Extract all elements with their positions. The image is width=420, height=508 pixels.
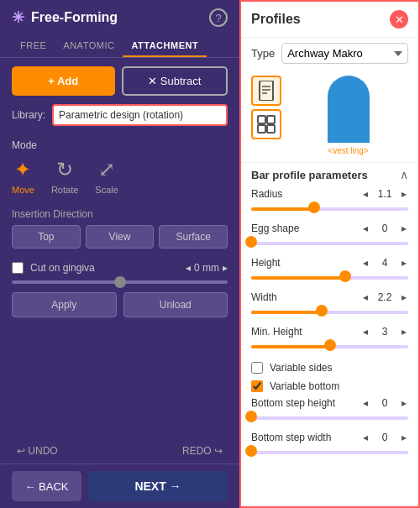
param-arrow-left-radius[interactable]: ◂ [361, 188, 370, 200]
param-slider-radius[interactable] [251, 202, 408, 216]
variable-bottom-checkbox[interactable] [251, 380, 263, 392]
param-arrow-right-min-height[interactable]: ▸ [400, 326, 408, 338]
param-slider-thumb-height[interactable] [339, 270, 351, 282]
help-button[interactable]: ? [209, 8, 228, 27]
param-slider-thumb-radius[interactable] [308, 202, 320, 213]
param-arrow-right-bottom-step-width[interactable]: ▸ [400, 432, 408, 443]
param-label-row-min-height: Min. Height ◂ 3 ▸ [251, 326, 408, 338]
param-value-width: 2.2 [373, 291, 396, 303]
variable-bottom-row: Variable bottom [241, 377, 418, 395]
param-arrow-left-bottom-step-width[interactable]: ◂ [361, 432, 370, 443]
param-slider-egg-shape[interactable] [251, 237, 408, 250]
archway-shape [328, 76, 370, 143]
gingiva-arrow-left[interactable]: ◂ [186, 262, 191, 274]
insertion-title: Insertion Direction [12, 208, 228, 220]
tab-anatomic[interactable]: ANATOMIC [55, 35, 123, 57]
param-slider-thumb-min-height[interactable] [324, 339, 336, 351]
profile-icon-grid[interactable] [251, 109, 281, 139]
gingiva-thumb[interactable] [114, 276, 126, 288]
svg-rect-6 [258, 125, 265, 133]
dir-view-button[interactable]: View [86, 225, 155, 249]
param-label-row-egg-shape: Egg shape ◂ 0 ▸ [251, 223, 408, 234]
undo-redo-row: ↩ UNDO REDO ↪ [0, 438, 239, 463]
param-arrow-right-egg-shape[interactable]: ▸ [400, 223, 408, 234]
mode-move-button[interactable]: ✦ Move [12, 158, 34, 195]
param-arrow-right-bottom-step-height[interactable]: ▸ [400, 397, 408, 409]
dir-surface-button[interactable]: Surface [159, 225, 228, 249]
chevron-up-icon[interactable]: ∧ [400, 168, 408, 181]
app-title-group: ✳ Free-Forming [12, 8, 118, 27]
param-controls-height: ◂ 4 ▸ [361, 257, 408, 269]
library-select[interactable]: Parametric design (rotation) [52, 104, 228, 126]
param-arrow-left-width[interactable]: ◂ [361, 291, 370, 303]
param-arrow-right-width[interactable]: ▸ [400, 291, 408, 303]
profile-icon-page[interactable] [251, 76, 281, 106]
param-label-row-width: Width ◂ 2.2 ▸ [251, 291, 408, 303]
param-slider-track-bottom-step-width [251, 451, 408, 454]
add-button[interactable]: + Add [12, 66, 115, 96]
apply-row: Apply Unload [0, 287, 239, 322]
mode-rotate-button[interactable]: ↻ Rotate [51, 158, 78, 195]
param-slider-track-bottom-step-height [251, 416, 408, 420]
params-title: Bar profile parameters [251, 169, 368, 181]
param-arrow-left-egg-shape[interactable]: ◂ [361, 223, 370, 234]
param-row-height: Height ◂ 4 ▸ [241, 255, 418, 290]
param-arrow-right-height[interactable]: ▸ [400, 257, 408, 269]
param-row-width: Width ◂ 2.2 ▸ [241, 290, 418, 324]
param-label-min-height: Min. Height [251, 326, 302, 338]
insertion-section: Insertion Direction Top View Surface [0, 202, 239, 255]
param-slider-min-height[interactable] [251, 340, 408, 354]
dir-top-button[interactable]: Top [12, 225, 81, 249]
action-row: + Add ✕ Subtract [0, 58, 239, 104]
param-arrow-right-radius[interactable]: ▸ [400, 188, 408, 200]
param-controls-egg-shape: ◂ 0 ▸ [361, 223, 408, 234]
param-arrow-left-min-height[interactable]: ◂ [361, 326, 370, 338]
undo-button[interactable]: ↩ UNDO [17, 445, 58, 457]
redo-button[interactable]: REDO ↪ [182, 445, 223, 457]
param-arrow-left-bottom-step-height[interactable]: ◂ [361, 397, 370, 409]
param-slider-bottom-step-width[interactable] [251, 446, 408, 459]
param-slider-height[interactable] [251, 271, 408, 285]
profiles-title: Profiles [251, 12, 301, 27]
apply-button[interactable]: Apply [12, 292, 117, 317]
tab-attachment[interactable]: ATTACHMENT [123, 35, 207, 57]
param-slider-fill-height [251, 276, 345, 280]
gingiva-checkbox[interactable] [12, 262, 24, 274]
profile-preview: <vest ling> [241, 69, 418, 162]
param-value-height: 4 [373, 257, 396, 269]
right-panel: Profiles ✕ Type Archway Makro [239, 0, 420, 508]
param-slider-bottom-step-height[interactable] [251, 411, 408, 425]
tab-free[interactable]: FREE [12, 35, 55, 57]
type-select[interactable]: Archway Makro [281, 43, 408, 64]
unload-button[interactable]: Unload [123, 292, 228, 317]
move-icon: ✦ [14, 158, 31, 181]
next-button[interactable]: NEXT → [88, 471, 228, 501]
variable-sides-checkbox[interactable] [251, 362, 263, 374]
gingiva-label: Cut on gingiva [30, 262, 179, 274]
variable-bottom-label: Variable bottom [270, 380, 339, 392]
subtract-button[interactable]: ✕ Subtract [122, 66, 228, 96]
param-slider-thumb-bottom-step-height[interactable] [245, 411, 257, 422]
param-slider-thumb-bottom-step-width[interactable] [245, 445, 257, 457]
profile-shape: <vest ling> [288, 76, 408, 155]
close-button[interactable]: ✕ [390, 10, 408, 29]
mode-scale-label: Scale [95, 185, 118, 195]
svg-rect-5 [267, 116, 275, 123]
param-label-bottom-step-width: Bottom step width [251, 432, 331, 443]
rotate-icon: ↻ [56, 158, 73, 181]
param-slider-thumb-egg-shape[interactable] [245, 236, 257, 248]
param-slider-thumb-width[interactable] [316, 305, 328, 317]
param-label-height: Height [251, 257, 281, 269]
param-slider-track-radius [251, 207, 408, 211]
library-row: Library: Parametric design (rotation) [0, 104, 239, 133]
gingiva-arrow-right[interactable]: ▸ [223, 262, 228, 274]
app-icon: ✳ [12, 8, 24, 27]
gingiva-value: ◂ 0 mm ▸ [186, 262, 228, 274]
back-button[interactable]: ← BACK [12, 471, 81, 501]
param-slider-width[interactable] [251, 306, 408, 319]
page-svg-icon [258, 81, 275, 101]
gingiva-slider[interactable] [0, 280, 239, 287]
mode-scale-button[interactable]: ⤢ Scale [95, 158, 118, 195]
variable-sides-label: Variable sides [270, 362, 332, 374]
param-arrow-left-height[interactable]: ◂ [361, 257, 370, 269]
